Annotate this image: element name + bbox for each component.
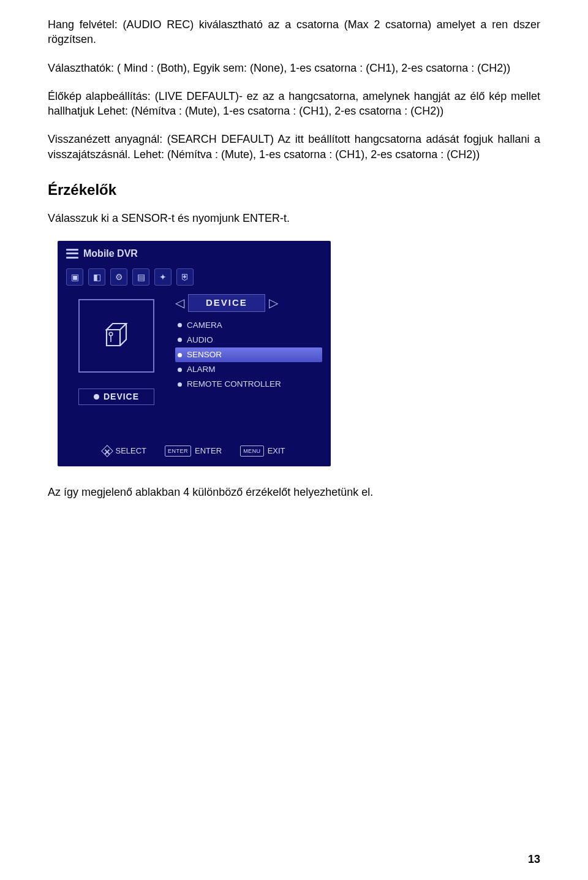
dvr-menu-item-sensor: SENSOR [175, 347, 322, 362]
paragraph-search-default: Visszanézett anyagnál: (SEARCH DEFAULT) … [48, 132, 540, 162]
toolbar-device-icon: ⚙ [110, 268, 127, 286]
dpad-icon [102, 445, 114, 457]
device-label-box: DEVICE [78, 389, 154, 405]
dvr-menu-item-audio: AUDIO [175, 333, 322, 347]
device-dot-icon [94, 394, 99, 400]
toolbar-record-icon: ◧ [88, 268, 105, 286]
menu-label: AUDIO [187, 335, 213, 346]
arrow-left-icon: ◁ [175, 295, 184, 311]
footer-exit-group: MENU EXIT [240, 446, 285, 457]
paragraph-live-default: Élőkép alapbeállítás: (LIVE DEFAULT)- ez… [48, 89, 540, 119]
menu-label: ALARM [187, 364, 216, 375]
bullet-icon [178, 323, 182, 327]
toolbar-storage-icon: ▤ [132, 268, 149, 286]
footer-exit-label: EXIT [268, 446, 285, 457]
footer-select-group: SELECT [103, 446, 146, 457]
device-cube-icon [99, 319, 134, 353]
dvr-toolbar: ▣ ◧ ⚙ ▤ ✦ ⛨ [58, 265, 331, 292]
dvr-tab-header: ◁ DEVICE ▷ [175, 294, 322, 311]
toolbar-system-icon: ✦ [154, 268, 172, 286]
footer-select-label: SELECT [115, 446, 146, 457]
device-label: DEVICE [104, 391, 139, 403]
menu-label: REMOTE CONTROLLER [187, 379, 281, 390]
dvr-menu-item-remote: REMOTE CONTROLLER [175, 377, 322, 392]
bullet-icon [178, 368, 182, 372]
menu-label: SENSOR [187, 349, 222, 360]
dvr-left-panel: DEVICE [66, 294, 167, 405]
device-big-icon-box [78, 299, 154, 373]
menu-icon [66, 249, 78, 259]
paragraph-audio-rec: Hang felvétel: (AUDIO REC) kiválasztható… [48, 17, 540, 47]
section-title-erzekelok: Érzékelők [48, 180, 540, 200]
bullet-icon [178, 338, 182, 342]
enter-keycap: ENTER [165, 446, 191, 456]
footer-enter-label: ENTER [195, 446, 222, 457]
svg-point-0 [109, 333, 113, 336]
dvr-screenshot: Mobile DVR ▣ ◧ ⚙ ▤ ✦ ⛨ [58, 241, 331, 466]
dvr-menu-item-camera: CAMERA [175, 318, 322, 333]
dvr-titlebar: Mobile DVR [58, 241, 331, 265]
menu-label: CAMERA [187, 320, 222, 331]
footer-enter-group: ENTER ENTER [165, 446, 222, 457]
bullet-icon [178, 382, 182, 387]
dvr-tab-label: DEVICE [188, 294, 265, 311]
paragraph-result: Az így megjelenő ablakban 4 különböző ér… [48, 485, 540, 499]
paragraph-instruction: Válasszuk ki a SENSOR-t és nyomjunk ENTE… [48, 211, 540, 226]
menu-keycap: MENU [240, 446, 264, 456]
dvr-menu-list: CAMERA AUDIO SENSOR ALARM REMOTE CONTROL… [175, 318, 322, 392]
dvr-menu-item-alarm: ALARM [175, 362, 322, 377]
toolbar-display-icon: ▣ [66, 268, 83, 286]
dvr-right-panel: ◁ DEVICE ▷ CAMERA AUDIO SENSOR [175, 294, 322, 405]
toolbar-security-icon: ⛨ [176, 268, 194, 286]
dvr-footer: SELECT ENTER ENTER MENU EXIT [58, 446, 331, 457]
paragraph-valaszthatok: Választhatók: ( Mind : (Both), Egyik sem… [48, 61, 540, 75]
page-number: 13 [528, 852, 540, 867]
bullet-icon [178, 353, 182, 357]
dvr-title: Mobile DVR [83, 247, 138, 260]
arrow-right-icon: ▷ [269, 295, 278, 311]
